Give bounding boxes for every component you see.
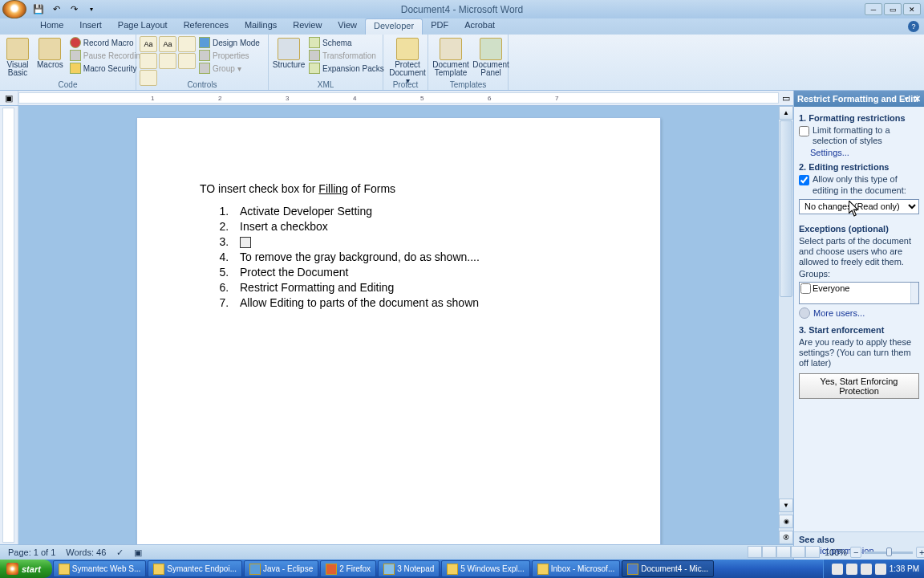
list-item[interactable]: Restrict Formatting and Editing bbox=[232, 281, 598, 294]
zoom-slider[interactable] bbox=[865, 552, 913, 554]
editing-type-dropdown[interactable]: No changes (Read only) bbox=[799, 199, 919, 214]
pause-recording-button[interactable]: Pause Recording bbox=[68, 49, 147, 62]
macro-status-icon[interactable]: ▣ bbox=[129, 547, 148, 558]
allow-only-checkbox[interactable] bbox=[799, 175, 809, 185]
tab-home[interactable]: Home bbox=[32, 18, 71, 35]
system-tray[interactable]: 1:38 PM bbox=[823, 560, 924, 578]
zoom-thumb[interactable] bbox=[886, 547, 892, 556]
minimize-button[interactable]: ─ bbox=[865, 3, 882, 15]
office-button[interactable] bbox=[2, 0, 26, 18]
start-button[interactable]: start bbox=[0, 560, 52, 578]
transformation-button[interactable]: Transformation bbox=[307, 49, 386, 62]
scroll-down-button[interactable]: ▼ bbox=[779, 499, 793, 512]
list-item[interactable]: Activate Developer Setting bbox=[232, 205, 598, 218]
control-date-button[interactable] bbox=[178, 53, 196, 69]
list-item[interactable]: To remove the gray background, do as sho… bbox=[232, 250, 598, 263]
tab-review[interactable]: Review bbox=[285, 18, 330, 35]
visual-basic-button[interactable]: Visual Basic bbox=[3, 36, 32, 79]
taskbar-item[interactable]: Inbox - Microsof... bbox=[532, 560, 620, 577]
scroll-thumb[interactable] bbox=[780, 120, 792, 297]
vertical-ruler[interactable] bbox=[0, 106, 18, 544]
help-icon[interactable]: ? bbox=[908, 21, 919, 32]
clock[interactable]: 1:38 PM bbox=[890, 564, 919, 573]
tab-acrobat[interactable]: Acrobat bbox=[456, 18, 503, 35]
document-template-button[interactable]: Document Template bbox=[432, 36, 470, 79]
limit-formatting-checkbox-row[interactable]: Limit formatting to a selection of style… bbox=[799, 125, 919, 146]
listbox-scrollbar[interactable] bbox=[910, 283, 918, 303]
document-page[interactable]: TO insert check box for Filling of Forms… bbox=[136, 117, 661, 544]
tray-icon[interactable] bbox=[846, 564, 857, 575]
list-item[interactable] bbox=[232, 235, 598, 248]
taskbar-item[interactable]: Symantec Web S... bbox=[53, 560, 146, 577]
tab-pdf[interactable]: PDF bbox=[423, 18, 456, 35]
tab-view[interactable]: View bbox=[330, 18, 365, 35]
list-item[interactable]: Allow Editing to parts of the document a… bbox=[232, 296, 598, 309]
zoom-in-button[interactable]: + bbox=[916, 547, 924, 558]
settings-link[interactable]: Settings... bbox=[810, 148, 919, 157]
page-status[interactable]: Page: 1 of 1 bbox=[3, 547, 61, 557]
tray-icon[interactable] bbox=[861, 564, 872, 575]
print-layout-view[interactable] bbox=[748, 546, 762, 558]
tab-page-layout[interactable]: Page Layout bbox=[110, 18, 176, 35]
web-layout-view[interactable] bbox=[776, 546, 791, 558]
zoom-percent[interactable]: 100% bbox=[825, 547, 847, 557]
structure-button[interactable]: Structure bbox=[272, 36, 306, 71]
start-enforcing-button[interactable]: Yes, Start Enforcing Protection bbox=[799, 373, 919, 399]
list-item[interactable]: Protect the Document bbox=[232, 266, 598, 279]
ruler-toggle-icon[interactable]: ▭ bbox=[779, 91, 793, 105]
scroll-up-button[interactable]: ▲ bbox=[779, 106, 793, 120]
schema-button[interactable]: Schema bbox=[307, 36, 386, 49]
save-icon[interactable]: 💾 bbox=[32, 3, 45, 16]
control-aa-button[interactable]: Aa bbox=[140, 36, 157, 52]
control-picture-button[interactable] bbox=[178, 36, 196, 52]
maximize-button[interactable]: ▭ bbox=[884, 3, 902, 15]
intro-paragraph[interactable]: TO insert check box for Filling of Forms bbox=[200, 182, 598, 195]
draft-view[interactable] bbox=[805, 546, 820, 558]
document-scroll[interactable]: TO insert check box for Filling of Forms… bbox=[18, 106, 779, 544]
taskbar-item[interactable]: 5 Windows Expl... bbox=[441, 560, 529, 577]
horizontal-ruler[interactable]: 1 2 3 4 5 6 7 bbox=[18, 92, 779, 104]
list-item[interactable]: Insert a checkbox bbox=[232, 220, 598, 233]
taskbar-item[interactable]: Java - Eclipse bbox=[244, 560, 318, 577]
groups-listbox[interactable]: Everyone bbox=[799, 282, 919, 304]
tab-references[interactable]: References bbox=[176, 18, 237, 35]
steps-list[interactable]: Activate Developer Setting Insert a chec… bbox=[232, 205, 598, 309]
tab-developer[interactable]: Developer bbox=[365, 18, 423, 35]
word-count[interactable]: Words: 46 bbox=[61, 547, 111, 557]
expansion-packs-button[interactable]: Expansion Packs bbox=[307, 62, 386, 75]
control-combo-button[interactable] bbox=[140, 53, 157, 69]
group-button[interactable]: Group ▾ bbox=[197, 62, 261, 75]
limit-formatting-checkbox[interactable] bbox=[799, 126, 809, 136]
taskpane-header[interactable]: Restrict Formatting and Editi ▼ ✕ bbox=[794, 91, 924, 107]
taskbar-item-active[interactable]: Document4 - Mic... bbox=[622, 560, 714, 577]
full-screen-view[interactable] bbox=[762, 546, 776, 558]
redo-icon[interactable]: ↷ bbox=[67, 3, 80, 16]
taskbar-item[interactable]: 3 Notepad bbox=[378, 560, 440, 577]
control-dropdown-button[interactable] bbox=[159, 53, 176, 69]
tab-insert[interactable]: Insert bbox=[71, 18, 110, 35]
document-panel-button[interactable]: Document Panel bbox=[472, 36, 510, 79]
tab-mailings[interactable]: Mailings bbox=[237, 18, 285, 35]
undo-icon[interactable]: ↶ bbox=[50, 3, 63, 16]
ruler-corner[interactable]: ▣ bbox=[0, 91, 18, 105]
checkbox-icon[interactable] bbox=[240, 237, 251, 248]
allow-only-checkbox-row[interactable]: Allow only this type of editing in the d… bbox=[799, 174, 919, 195]
control-aa2-button[interactable]: Aa bbox=[159, 36, 176, 52]
next-page-button[interactable]: ⦿ bbox=[779, 531, 793, 544]
tray-icon[interactable] bbox=[832, 564, 843, 575]
taskbar-item[interactable]: Symantec Endpoi... bbox=[148, 560, 242, 577]
tray-icon[interactable] bbox=[875, 564, 886, 575]
close-button[interactable]: ✕ bbox=[903, 3, 921, 15]
zoom-out-button[interactable]: − bbox=[850, 547, 861, 558]
everyone-checkbox[interactable] bbox=[800, 283, 811, 294]
taskpane-dropdown-icon[interactable]: ▼ bbox=[903, 96, 910, 103]
outline-view[interactable] bbox=[791, 546, 805, 558]
taskbar-item[interactable]: 2 Firefox bbox=[320, 560, 376, 577]
design-mode-button[interactable]: Design Mode bbox=[197, 36, 261, 49]
taskpane-close-icon[interactable]: ✕ bbox=[911, 94, 922, 104]
prev-page-button[interactable]: ◉ bbox=[779, 515, 793, 528]
vertical-scrollbar[interactable]: ▲ ▼ ◉ ⦿ bbox=[779, 106, 793, 544]
qat-more-icon[interactable]: ▾ bbox=[85, 3, 98, 16]
macros-button[interactable]: Macros bbox=[34, 36, 67, 71]
record-macro-button[interactable]: Record Macro bbox=[68, 36, 147, 49]
